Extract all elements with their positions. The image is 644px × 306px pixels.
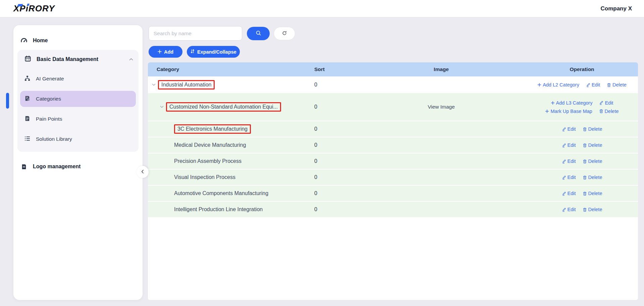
search-icon (256, 30, 261, 37)
delete-icon (583, 159, 587, 164)
edit-link[interactable]: Edit (562, 126, 576, 132)
sidebar-item-label: Pain Points (36, 116, 62, 122)
sort-cell: 0 (303, 186, 370, 201)
sidebar-item-solution-library[interactable]: Solution Library (17, 129, 139, 149)
expand-collapse-button[interactable]: Expand/Collapse (187, 46, 240, 58)
edit-link[interactable]: Edit (562, 191, 576, 196)
category-cell: 3C Electronics Manufacturing (148, 121, 303, 137)
add-l2-category-link[interactable]: Add L2 Category (537, 82, 579, 87)
operation-label: Edit (592, 82, 600, 87)
sidebar-item-pain-points[interactable]: Pain Points (17, 109, 139, 129)
operation-label: Add L2 Category (543, 82, 579, 87)
table-row: Automotive Components Manufacturing0Edit… (148, 186, 638, 202)
chevron-up-icon[interactable] (129, 58, 133, 61)
delete-link[interactable]: Delete (583, 126, 602, 132)
sort-value: 0 (314, 142, 317, 148)
view-image-link[interactable]: View Image (428, 104, 455, 110)
operation-cell: EditDelete (513, 186, 638, 201)
category-table: Category Sort Image Operation Industrial… (148, 62, 638, 300)
operation-label: Delete (588, 207, 602, 212)
sort-cell: 0 (303, 121, 370, 137)
sidebar-item-ai-generate[interactable]: AI Generate (17, 69, 139, 89)
edit-link[interactable]: Edit (562, 142, 576, 148)
edit-link[interactable]: Edit (562, 159, 576, 164)
delete-link[interactable]: Delete (583, 191, 602, 196)
image-cell (370, 121, 513, 137)
edit-link[interactable]: Edit (562, 175, 576, 180)
edit-icon (562, 143, 566, 147)
add-button[interactable]: Add (149, 46, 182, 58)
operation-label: Delete (605, 109, 619, 114)
refresh-icon (282, 30, 287, 37)
sidebar-item-label: AI Generate (36, 76, 64, 82)
delete-link[interactable]: Delete (583, 159, 602, 164)
chevron-down-icon[interactable] (152, 83, 156, 86)
expand-collapse-icon (190, 49, 195, 55)
operation-cell: EditDelete (513, 137, 638, 153)
sort-cell: 0 (303, 93, 370, 121)
sort-value: 0 (314, 206, 317, 212)
delete-link[interactable]: Delete (583, 175, 602, 180)
sort-cell: 0 (303, 154, 370, 169)
edit-link[interactable]: Edit (586, 82, 600, 87)
sidebar-item-home[interactable]: Home (13, 33, 143, 49)
delete-icon (583, 143, 587, 147)
image-cell (370, 170, 513, 185)
search-button[interactable] (247, 27, 270, 40)
logo-letter-i: i (26, 3, 29, 14)
column-header-image: Image (370, 66, 513, 72)
app-logo: X P i RORY (13, 3, 55, 14)
operation-cell: EditDelete (513, 202, 638, 217)
delete-icon (583, 207, 587, 212)
operation-label: Edit (568, 159, 576, 164)
plus-icon (537, 83, 541, 87)
edit-link[interactable]: Edit (599, 100, 613, 106)
refresh-button[interactable] (274, 27, 295, 40)
edit-icon (562, 127, 566, 131)
logo-rest: RORY (29, 3, 55, 14)
add-l3-category-link[interactable]: Add L3 Category (551, 100, 593, 106)
operation-label: Delete (588, 126, 602, 132)
category-cell: Industrial Automation (148, 76, 303, 93)
sort-cell: 0 (303, 137, 370, 153)
delete-icon (583, 175, 587, 180)
add-button-label: Add (164, 49, 173, 55)
image-cell (370, 137, 513, 153)
image-cell (370, 186, 513, 201)
sidebar-collapse-button[interactable] (137, 166, 149, 178)
delete-link[interactable]: Delete (583, 142, 602, 148)
category-cell: Automotive Components Manufacturing (148, 186, 303, 201)
edit-link[interactable]: Edit (562, 207, 576, 212)
image-cell (370, 76, 513, 93)
active-nav-indicator (6, 93, 9, 109)
image-cell (370, 202, 513, 217)
operation-cell: EditDelete (513, 170, 638, 185)
dashboard-icon (20, 37, 28, 44)
category-name: Medical Device Manufacturing (174, 142, 246, 148)
edit-icon (586, 83, 590, 87)
table-row: Intelligent Production Line Integration0… (148, 202, 638, 218)
category-cell: Intelligent Production Line Integration (148, 202, 303, 217)
operation-label: Edit (568, 142, 576, 148)
operation-label: Edit (568, 191, 576, 196)
delete-link[interactable]: Delete (607, 82, 627, 87)
chevron-down-icon[interactable] (160, 106, 164, 108)
list-icon (24, 135, 31, 143)
sidebar-item-basic-data-management[interactable]: Basic Data Management (17, 50, 139, 69)
category-name-highlighted: Industrial Automation (158, 80, 215, 89)
sidebar-item-label: Logo management (33, 164, 80, 170)
table-row: Medical Device Manufacturing0EditDelete (148, 137, 638, 154)
plus-icon (158, 49, 162, 55)
sidebar-item-logo-management[interactable]: Logo management (13, 157, 143, 177)
sitemap-icon (24, 75, 31, 83)
company-name: Company X (600, 5, 632, 12)
mark-up-base-map-link[interactable]: Mark Up Base Map (545, 109, 592, 114)
operation-label: Delete (612, 82, 627, 87)
delete-link[interactable]: Delete (583, 207, 602, 212)
operation-label: Edit (568, 175, 576, 180)
delete-link[interactable]: Delete (599, 109, 619, 114)
column-header-category: Category (148, 66, 303, 72)
sidebar-item-categories[interactable]: Categories (20, 91, 136, 107)
edit-icon (562, 159, 566, 164)
search-input[interactable] (149, 26, 242, 41)
